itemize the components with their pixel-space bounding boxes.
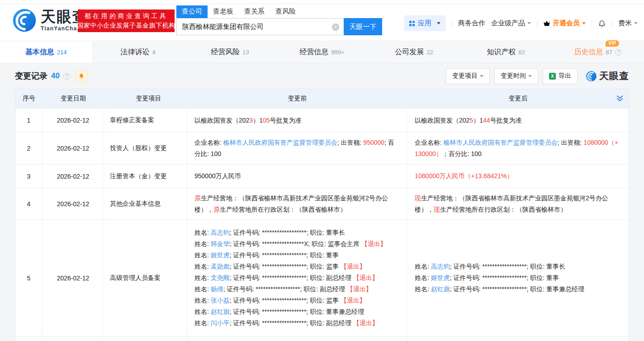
tianyancha-logo-icon bbox=[12, 8, 37, 33]
clear-icon[interactable]: × bbox=[332, 24, 339, 31]
search-tab[interactable]: 查关系 bbox=[239, 5, 270, 18]
main-tab[interactable]: 公司发展22 bbox=[368, 41, 460, 63]
tab-label: 历史信息 bbox=[574, 47, 603, 57]
main-tab[interactable]: 法律诉讼4 bbox=[92, 41, 184, 63]
entity-link[interactable]: 榆林市人民政府国有资产监督管理委员会 bbox=[223, 139, 337, 146]
entity-link[interactable]: 闫小平 bbox=[211, 319, 230, 327]
entity-link[interactable]: 孟勋彪 bbox=[211, 263, 230, 270]
tab-count: 22 bbox=[426, 49, 433, 56]
cell-before: 以榆政国资发（2023）105号批复为准 bbox=[187, 109, 407, 132]
cell-date: 2026-02-12 bbox=[43, 109, 104, 132]
plain-text: ; 证件号码: ******************; 职位: 副总经理 bbox=[223, 285, 347, 293]
main-tab[interactable]: 经营风险13 bbox=[184, 41, 276, 63]
plain-text: 姓名: bbox=[415, 274, 431, 281]
diff-text: 【退出】 bbox=[361, 240, 387, 247]
cell-before: 企业名称: 榆林市人民政府国有资产监督管理委员会; 出资额: 950000; 百… bbox=[187, 133, 407, 164]
cell-empty bbox=[43, 336, 104, 341]
diff-text: 44 bbox=[483, 117, 490, 124]
cell-line: 以榆政国资发（2023）105号批复为准 bbox=[194, 115, 400, 126]
entity-link[interactable]: 榆林市人民政府国有资产监督管理委员会 bbox=[444, 139, 558, 146]
diff-text: 原 bbox=[194, 194, 201, 202]
tab-inner: 基本信息214 bbox=[25, 47, 67, 57]
cell-seq: 3 bbox=[15, 165, 43, 188]
divider bbox=[612, 20, 612, 27]
entity-link[interactable]: 高志钧 bbox=[211, 229, 230, 236]
plain-text: 姓名: bbox=[194, 308, 211, 315]
company-tab-bar: 基本信息214法律诉讼4经营风险13经营信息999+公司发展22知识产权82历史… bbox=[0, 41, 644, 63]
cell-after: 现生产经营地：（陕西省榆林市高新技术产业园区墨金苑银河2号办公楼），现生产经营地… bbox=[407, 188, 629, 219]
entity-link[interactable]: 杨倩 bbox=[211, 285, 223, 293]
plain-text: 950000万人民币 bbox=[194, 172, 241, 180]
table-row: 32026-02-12注册资本（金）变更950000万人民币1080000万人民… bbox=[15, 164, 629, 188]
tab-inner: 历史信息87VIP? bbox=[574, 47, 622, 57]
filter-button[interactable]: 变更时间 bbox=[494, 68, 538, 84]
diff-text: 【退出】 bbox=[341, 297, 366, 304]
collapse-all-icon[interactable] bbox=[616, 95, 623, 103]
export-button[interactable]: X 导出 bbox=[543, 68, 578, 84]
bell-icon bbox=[78, 73, 85, 80]
tianyancha-logo-icon bbox=[586, 71, 597, 82]
search-tab[interactable]: 查老板 bbox=[208, 5, 239, 18]
cell-after: 1080000万人民币（+13.68421%） bbox=[407, 165, 629, 188]
tab-count: 82 bbox=[519, 49, 525, 56]
entity-link[interactable]: 韩金华 bbox=[211, 240, 230, 247]
cell-line: 姓名: 闫小平; 证件号码: ******************; 职位: 副… bbox=[194, 317, 400, 329]
notification-bell-icon[interactable] bbox=[598, 19, 606, 28]
cell-seq: 5 bbox=[15, 220, 43, 336]
main-tab[interactable]: 基本信息214 bbox=[0, 41, 92, 63]
help-icon[interactable]: ? bbox=[615, 49, 622, 56]
diff-text: 05 bbox=[263, 117, 270, 124]
nav-membership-label: 开通会员 bbox=[553, 19, 580, 28]
filter-button[interactable]: 变更项目 bbox=[446, 68, 490, 84]
main-tab[interactable]: 经营信息999+ bbox=[276, 41, 368, 63]
entity-link[interactable]: 张小荔 bbox=[211, 297, 230, 304]
entity-link[interactable]: 姬世虎 bbox=[211, 251, 230, 259]
tab-count: 87 bbox=[606, 49, 612, 56]
entity-link[interactable]: 高志钧 bbox=[431, 263, 450, 270]
search-button[interactable]: 天眼一下 bbox=[344, 18, 382, 35]
main-tab[interactable]: 知识产权82 bbox=[460, 41, 552, 63]
nav-cooperation[interactable]: 商务合作 bbox=[458, 19, 485, 28]
company-search-input[interactable] bbox=[177, 19, 344, 35]
main-tab[interactable]: 历史信息87VIP? bbox=[552, 41, 644, 63]
cell-line: 姓名: 高志钧; 证件号码: ******************; 职位: 董… bbox=[194, 227, 400, 238]
cell-date: 2026-02-12 bbox=[43, 220, 104, 336]
tab-count: 214 bbox=[57, 49, 67, 56]
nav-enterprise-label: 企业级产品 bbox=[491, 19, 525, 28]
subscribe-bell-button[interactable] bbox=[76, 70, 88, 82]
cell-line: 姓名: 韩金华; 证件号码: *****************X; 职位: 监… bbox=[194, 238, 400, 250]
diff-text: 【退出】 bbox=[341, 263, 366, 270]
cell-line: 姓名: 姬世虎; 证件号码: ******************; 职位: 董… bbox=[194, 250, 400, 261]
plain-text: 姓名: bbox=[194, 229, 211, 236]
search-tab[interactable]: 查公司 bbox=[176, 5, 208, 18]
export-label: 导出 bbox=[559, 72, 571, 80]
table-row: 42026-02-12其他企业基本信息原生产经营地：（陕西省榆林市高新技术产业园… bbox=[15, 188, 629, 219]
help-icon[interactable]: ? bbox=[63, 73, 70, 80]
tab-inner: 经营信息999+ bbox=[299, 47, 344, 57]
divider bbox=[452, 20, 452, 27]
entity-link[interactable]: 姬世虎 bbox=[431, 274, 450, 281]
search-tab[interactable]: 查风险 bbox=[270, 5, 301, 18]
plain-text: 姓名: bbox=[194, 240, 211, 247]
diff-text: 【退出】 bbox=[353, 319, 379, 327]
plain-text: ; 出资额: bbox=[558, 139, 584, 146]
tab-label: 公司发展 bbox=[395, 47, 424, 57]
nav-user[interactable]: 费米 bbox=[618, 19, 638, 28]
tab-inner: 知识产权82 bbox=[487, 47, 525, 57]
filter-buttons: 变更项目变更时间 bbox=[446, 68, 538, 84]
table-row-partial bbox=[15, 336, 629, 341]
cell-line: 姓名: 张小荔; 证件号码: ******************; 职位: 监… bbox=[194, 295, 400, 306]
entity-link[interactable]: 赵红旗 bbox=[211, 308, 230, 315]
plain-text: ; 证件号码: ******************; 职位: 董事兼总经理 bbox=[450, 285, 584, 293]
plain-text: ; 证件号码: ******************; 职位: 董事兼总经理 bbox=[230, 308, 364, 315]
nav-membership[interactable]: 开通会员 bbox=[543, 19, 586, 28]
tianyancha-company-page: 天眼查 TianYanCha.com 都在用的商业查询工具 国家中小企业发展子基… bbox=[0, 0, 644, 341]
nav-enterprise[interactable]: 企业级产品 bbox=[491, 19, 531, 28]
plain-text: 姓名: bbox=[415, 285, 431, 293]
apps-menu[interactable]: 应用 bbox=[404, 15, 446, 31]
plain-text: ; 证件号码: *****************X; 职位: 监事会主席 bbox=[230, 240, 361, 247]
column-header: 变更日期 bbox=[43, 89, 104, 108]
entity-link[interactable]: 赵红旗 bbox=[431, 285, 450, 293]
excel-icon: X bbox=[549, 73, 556, 80]
entity-link[interactable]: 文尧顺 bbox=[211, 274, 230, 281]
